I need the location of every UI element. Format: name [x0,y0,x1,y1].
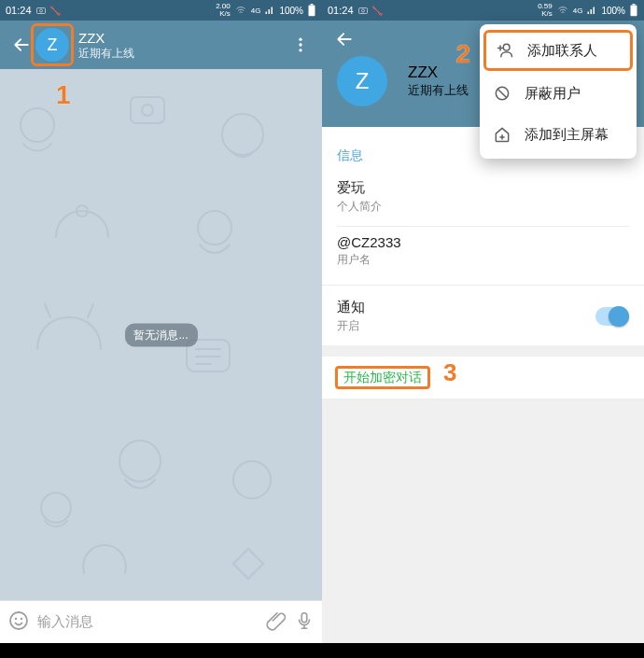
encrypted-chat-label: 开始加密对话 [338,367,427,387]
battery-icon [307,4,316,17]
svg-point-25 [503,44,510,50]
menu-add-contact-label: 添加联系人 [527,42,597,60]
menu-block-user-label: 屏蔽用户 [525,85,581,103]
profile-name: ZZX [408,63,469,82]
signal-icon [264,5,275,16]
battery-percent: 100% [279,6,303,16]
svg-point-7 [21,108,54,142]
section-gap [322,345,644,357]
svg-rect-20 [301,612,307,622]
message-input[interactable]: 输入消息 [37,613,259,631]
chat-header: Z ZZX 近期有上线 [0,21,322,69]
contact-status: 近期有上线 [78,47,287,60]
notif-state: 开启 [337,318,365,334]
profile-status: 近期有上线 [408,82,469,99]
overflow-menu: 添加联系人 屏蔽用户 添加到主屏幕 [480,24,637,159]
menu-add-home[interactable]: 添加到主屏幕 [480,114,637,155]
profile-empty-area [322,399,644,643]
battery-icon [629,4,638,17]
emoji-button[interactable] [7,609,30,636]
call-blocked-icon [50,5,62,16]
username-label: 用户名 [337,252,629,268]
username-row[interactable]: @CZ2333 用户名 [337,229,629,277]
call-blocked-icon [372,5,384,16]
svg-point-10 [222,114,263,155]
svg-point-14 [119,441,161,482]
svg-rect-0 [36,8,45,14]
network-type: 4G [251,7,261,15]
profile-screen: 01:24 0.59 K/s 4G 100% Z ZZX 近期有上线 [322,0,644,658]
status-time: 01:24 [6,5,32,16]
chat-body: 暂无消息... 1 [0,69,322,600]
paperclip-icon [266,610,287,631]
svg-point-5 [299,43,301,46]
bio-value: 爱玩 [337,179,629,197]
android-nav-bar [322,643,644,658]
back-button[interactable] [7,35,35,54]
svg-rect-2 [309,5,315,16]
profile-avatar[interactable]: Z [337,56,387,106]
menu-add-contact[interactable]: 添加联系人 [483,30,633,71]
net-speed: 0.59 K/s [538,3,553,18]
svg-point-1 [39,9,42,12]
svg-point-9 [142,105,153,116]
svg-rect-21 [358,8,367,14]
net-speed: 2.00 K/s [216,3,231,18]
arrow-left-icon [12,35,31,54]
contact-name: ZZX [78,30,287,47]
status-time: 01:24 [328,5,354,16]
avatar-initial: Z [48,35,58,55]
bio-row[interactable]: 爱玩 个人简介 [337,174,629,224]
network-type: 4G [573,7,583,15]
menu-add-home-label: 添加到主屏幕 [525,126,609,144]
android-nav-bar [0,643,322,658]
home-plus-icon [493,125,511,144]
svg-point-6 [299,49,301,51]
back-button[interactable] [335,30,363,49]
divider [322,285,644,286]
contact-avatar[interactable]: Z [35,28,69,62]
svg-point-12 [198,211,231,245]
svg-point-15 [41,493,71,523]
wifi-icon [556,5,569,16]
encrypted-chat-row[interactable]: 开始加密对话 3 [322,357,644,399]
svg-rect-8 [131,97,164,123]
arrow-left-icon [335,30,354,49]
avatar-initial: Z [356,68,370,94]
more-vert-icon [291,35,310,54]
svg-point-18 [15,617,17,619]
svg-point-4 [299,38,301,41]
add-person-icon [496,41,514,60]
empty-state-pill: 暂无消息... [124,323,197,346]
highlight-3-box: 开始加密对话 [335,366,430,389]
svg-rect-24 [633,4,636,5]
mic-icon [294,610,315,631]
divider [337,226,629,227]
wifi-icon [234,5,247,16]
camera-icon [357,5,369,16]
bio-label: 个人简介 [337,199,629,215]
battery-percent: 100% [601,6,625,16]
more-options-button[interactable] [287,35,315,54]
status-bar: 01:24 0.59 K/s 4G 100% [322,0,644,21]
signal-icon [586,5,597,16]
notif-switch[interactable] [595,307,629,326]
menu-block-user[interactable]: 屏蔽用户 [480,73,637,114]
mic-button[interactable] [294,610,315,635]
notifications-row[interactable]: 通知 开启 [322,287,644,345]
attach-button[interactable] [266,610,287,635]
svg-rect-23 [631,5,637,16]
emoji-icon [7,609,30,632]
svg-rect-3 [311,4,314,5]
camera-icon [35,5,47,16]
status-bar: 01:24 2.00 K/s 4G 100% [0,0,322,21]
notif-title: 通知 [337,299,365,316]
chat-header-titles[interactable]: ZZX 近期有上线 [78,30,287,60]
svg-point-16 [233,461,271,498]
username-value: @CZ2333 [337,234,629,250]
svg-point-22 [361,9,364,12]
chat-screen: 01:24 2.00 K/s 4G 100% Z ZZX 近期有上线 [0,0,322,658]
annotation-3: 3 [443,358,456,387]
svg-point-19 [21,617,22,619]
block-icon [493,84,511,103]
